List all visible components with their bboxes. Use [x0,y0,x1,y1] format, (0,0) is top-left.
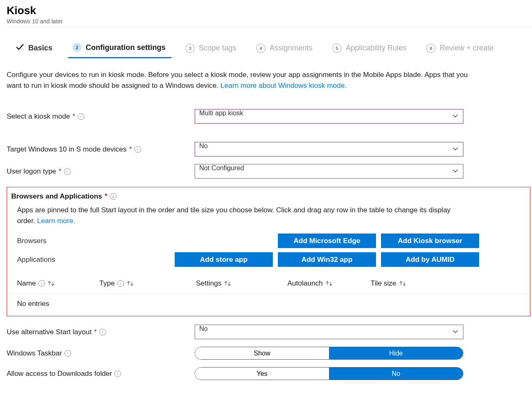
check-icon [15,42,24,54]
tab-applicability-rules[interactable]: 5 Applicability Rules [328,40,412,58]
column-header-tile-size[interactable]: Tile size [371,279,445,288]
learn-more-kiosk-link[interactable]: Learn more about Windows kiosk mode. [220,82,346,89]
applications-row-label: Applications [17,256,157,264]
required-indicator: * [129,145,132,154]
required-indicator: * [59,167,62,176]
sort-icon[interactable] [47,281,55,286]
browsers-applications-section: Browsers and Applications * Apps are pin… [7,187,530,316]
section-description: Apps are pinned to the full Start layout… [7,205,465,226]
logon-type-label: User logon type * [7,167,195,176]
section-title: Browsers and Applications * [7,192,530,201]
downloads-toggle[interactable]: Yes No [195,367,463,380]
page-subtitle: Windows 10 and later [7,18,532,25]
column-header-autolaunch[interactable]: Autolaunch [287,279,371,288]
tab-label: Applicability Rules [346,44,406,52]
add-microsoft-edge-button[interactable]: Add Microsoft Edge [278,234,376,248]
downloads-toggle-yes[interactable]: Yes [195,368,329,380]
smode-label: Target Windows 10 in S mode devices * [7,145,195,154]
step-number-badge: 2 [72,43,82,52]
downloads-label: Allow access to Downloads folder [7,370,195,378]
step-number-badge: 4 [256,44,265,53]
tab-label: Review + create [440,44,494,52]
alt-start-layout-select[interactable]: No [195,325,463,339]
info-icon[interactable] [64,350,71,357]
step-number-badge: 5 [332,44,341,53]
sort-icon[interactable] [325,281,333,286]
wizard-tabs: Basics 2 Configuration settings 3 Scope … [7,39,532,59]
apps-table-header: Name Type Settings Autolaunch Tile size [7,275,530,294]
kiosk-mode-select[interactable]: Multi app kiosk [195,109,463,124]
kiosk-mode-label: Select a kiosk mode * [7,112,195,121]
tab-basics[interactable]: Basics [11,39,58,59]
tab-label: Configuration settings [86,43,166,52]
step-number-badge: 6 [426,44,435,53]
info-icon[interactable] [110,193,116,200]
column-header-name[interactable]: Name [17,279,99,288]
sort-icon[interactable] [126,281,134,286]
required-indicator: * [94,328,97,336]
downloads-toggle-no[interactable]: No [329,368,463,380]
tab-assignments[interactable]: 4 Assignments [252,40,318,58]
taskbar-toggle-show[interactable]: Show [195,347,329,359]
page-title: Kiosk [7,4,532,17]
browsers-row-label: Browsers [17,237,157,245]
logon-type-select[interactable]: Not Configured [195,164,463,179]
tab-configuration-settings[interactable]: 2 Configuration settings [68,40,171,58]
table-empty-message: No entries [7,294,530,316]
info-icon[interactable] [134,146,141,153]
column-header-settings[interactable]: Settings [196,279,287,288]
add-by-aumid-button[interactable]: Add by AUMID [381,252,479,267]
info-icon[interactable] [38,280,45,287]
header-divider [7,27,532,27]
alt-start-layout-label: Use alternative Start layout * [7,328,195,336]
sort-icon[interactable] [399,281,406,286]
tab-review-create[interactable]: 6 Review + create [422,40,500,58]
add-kiosk-browser-button[interactable]: Add Kiosk browser [381,234,479,248]
info-icon[interactable] [114,370,121,377]
tab-scope-tags[interactable]: 3 Scope tags [181,40,242,58]
taskbar-toggle-hide[interactable]: Hide [329,347,463,359]
info-icon[interactable] [99,329,106,335]
intro-text: Configure your devices to run in kiosk m… [7,70,473,91]
info-icon[interactable] [64,168,71,175]
taskbar-toggle[interactable]: Show Hide [195,347,463,360]
learn-more-apps-link[interactable]: Learn more. [37,217,75,225]
tab-label: Scope tags [199,44,236,52]
required-indicator: * [72,112,75,121]
add-store-app-button[interactable]: Add store app [175,252,273,267]
taskbar-label: Windows Taskbar [7,349,195,358]
info-icon[interactable] [117,280,124,287]
add-win32-app-button[interactable]: Add Win32 app [278,252,376,267]
column-header-type[interactable]: Type [99,279,196,288]
required-indicator: * [105,192,108,201]
tab-label: Basics [28,44,52,52]
smode-select[interactable]: No [195,142,463,157]
step-number-badge: 3 [186,44,195,53]
sort-icon[interactable] [224,281,231,286]
info-icon[interactable] [78,113,84,120]
tab-label: Assignments [270,44,312,52]
